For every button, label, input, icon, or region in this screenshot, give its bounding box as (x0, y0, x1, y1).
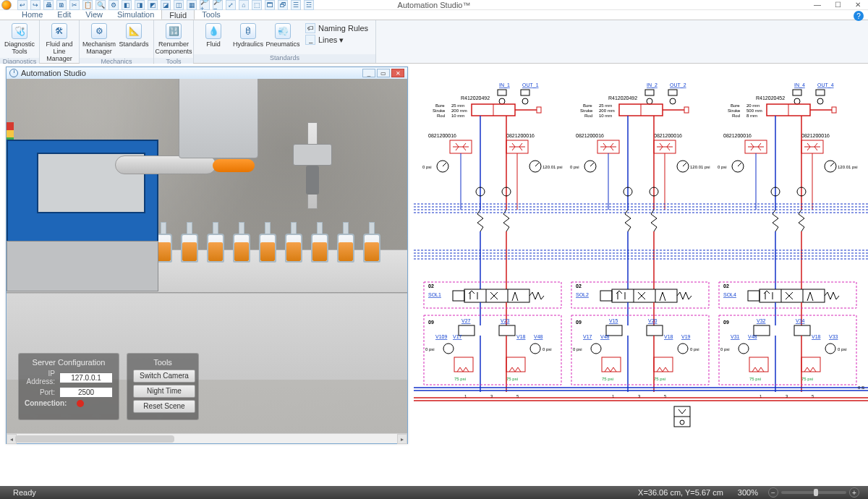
svg-rect-187 (794, 325, 810, 336)
qat-button-18[interactable]: ⬚ (252, 0, 262, 10)
ribbon-standards[interactable]: 📐Standards (117, 22, 150, 49)
qat-button-9[interactable]: ◨ (135, 0, 145, 10)
svg-text:V20: V20 (648, 318, 658, 323)
qat-button-10[interactable]: ◩ (148, 0, 158, 10)
ribbon-pneumatics[interactable]: 💨Pneumatics (266, 22, 299, 49)
svg-point-142 (794, 98, 800, 104)
reset-scene-button[interactable]: Reset Scene (133, 400, 195, 413)
child-horizontal-scrollbar[interactable]: ◂ ▸ (7, 433, 407, 443)
tab-fluid[interactable]: Fluid (161, 9, 195, 20)
svg-text:0821200016: 0821200016 (801, 133, 830, 138)
child-minimize-button[interactable]: _ (362, 69, 375, 77)
svg-text:IN_1: IN_1 (499, 82, 510, 88)
svg-text:0 S: 0 S (858, 385, 864, 390)
qat-button-11[interactable]: ◪ (161, 0, 171, 10)
qat-button-7[interactable]: ⚙ (109, 0, 119, 10)
svg-text:120.01 psi: 120.01 psi (542, 165, 563, 169)
svg-text:0 psi: 0 psi (422, 165, 432, 169)
scroll-right-button[interactable]: ▸ (397, 434, 407, 444)
svg-rect-67 (424, 282, 561, 308)
svg-point-192 (739, 344, 749, 354)
qat-button-22[interactable]: ☲ (304, 0, 314, 10)
child-close-button[interactable]: ✕ (391, 69, 404, 77)
qat-button-12[interactable]: ◫ (174, 0, 184, 10)
svg-text:IN_2: IN_2 (647, 82, 658, 88)
svg-text:0 psi: 0 psi (720, 347, 730, 351)
svg-text:V18: V18 (664, 334, 673, 339)
svg-text:Rod: Rod (437, 114, 445, 118)
qat-button-4[interactable]: ✂ (69, 0, 80, 10)
child-maximize-button[interactable]: ▭ (377, 69, 390, 77)
ribbon-renumber-components[interactable]: 🔢RenumberComponents (157, 22, 190, 56)
ribbon-mechanism-manager[interactable]: ⚙MechanismManager (82, 22, 116, 56)
qat-button-21[interactable]: ☰ (291, 0, 301, 10)
svg-text:02: 02 (723, 283, 729, 289)
window-controls: — ☐ ✕ (807, 0, 868, 10)
night-time-button[interactable]: Night Time (133, 385, 195, 398)
qat-button-6[interactable]: 🔍 (95, 0, 106, 10)
qat-button-13[interactable]: ▦ (187, 0, 197, 10)
ribbon-fluid[interactable]: 💧Fluid (197, 22, 230, 49)
svg-text:0821200016: 0821200016 (654, 133, 682, 138)
standards-icon: 📐 (126, 23, 142, 39)
simulation-window-titlebar[interactable]: Automation Studio _ ▭ ✕ (7, 67, 407, 79)
close-button[interactable]: ✕ (848, 0, 868, 10)
tab-home[interactable]: Home (14, 9, 50, 20)
qat-button-14[interactable]: 🔎+ (200, 0, 210, 10)
ribbon-naming-rules[interactable]: 🏷Naming Rules (305, 23, 368, 33)
ribbon-lines-▾[interactable]: ⎯Lines ▾ (305, 35, 368, 45)
zoom-in-button[interactable]: + (849, 487, 859, 498)
qat-button-16[interactable]: ⤢ (226, 0, 236, 10)
svg-rect-58 (454, 357, 473, 372)
qat-button-8[interactable]: ◧ (122, 0, 132, 10)
port-input[interactable] (59, 387, 113, 398)
ribbon-fluid-and-line-manager[interactable]: 🛠Fluid andLine Manager (43, 22, 76, 64)
svg-text:V23: V23 (501, 318, 510, 323)
svg-text:Bore: Bore (435, 103, 445, 108)
ip-input[interactable] (59, 372, 113, 383)
switch-camera-button[interactable]: Switch Camera (133, 370, 195, 383)
svg-text:10 mm: 10 mm (599, 114, 612, 118)
svg-text:SOL2: SOL2 (576, 292, 589, 297)
help-icon[interactable]: ? (854, 11, 864, 21)
simulation-viewport[interactable]: Server Configuration IP Address: Port: C… (7, 79, 407, 433)
qat-button-5[interactable]: 📋 (82, 0, 93, 10)
svg-text:V17: V17 (583, 334, 592, 339)
qat-button-20[interactable]: 🗗 (278, 0, 288, 10)
svg-rect-154 (832, 107, 836, 113)
quick-access-toolbar: ↩↪🖶🗎✂📋🔍⚙◧◨◩◪◫▦🔎+🔎−⤢⌂⬚🗔🗗☰☲ (17, 0, 314, 10)
qat-button-19[interactable]: 🗔 (265, 0, 275, 10)
qat-button-15[interactable]: 🔎− (213, 0, 223, 10)
svg-rect-42 (453, 291, 464, 301)
qat-button-0[interactable]: ↩ (17, 0, 27, 10)
svg-text:OUT_1: OUT_1 (522, 82, 539, 88)
tab-edit[interactable]: Edit (50, 9, 78, 20)
svg-text:200 mm: 200 mm (451, 108, 467, 113)
tab-simulation[interactable]: Simulation (110, 9, 161, 20)
schematic-canvas[interactable]: IN_1OUT_1R412020492Bore25 mmStroke200 mm… (414, 64, 868, 486)
svg-text:02: 02 (576, 283, 582, 289)
zoom-out-button[interactable]: − (768, 487, 778, 498)
maximize-button[interactable]: ☐ (827, 0, 848, 10)
tab-view[interactable]: View (78, 9, 110, 20)
ribbon-diagnostic-tools[interactable]: 🩺DiagnosticTools (3, 22, 36, 56)
qat-button-17[interactable]: ⌂ (239, 0, 249, 10)
svg-rect-180 (748, 291, 760, 301)
svg-rect-16 (537, 107, 541, 113)
status-coords: X=36.06 cm, Y=5.67 cm (638, 488, 723, 497)
svg-text:V48: V48 (600, 334, 610, 339)
qat-button-1[interactable]: ↪ (30, 0, 41, 10)
qat-button-2[interactable]: 🖶 (43, 0, 54, 10)
ribbon-hydraulics[interactable]: 🛢Hydraulics (231, 22, 265, 49)
svg-text:120.01 psi: 120.01 psi (690, 165, 710, 169)
svg-text:V31: V31 (731, 334, 740, 339)
qat-button-3[interactable]: 🗎 (56, 0, 67, 10)
svg-point-124 (678, 344, 688, 354)
scroll-thumb[interactable] (15, 435, 174, 443)
svg-text:OUT_2: OUT_2 (670, 82, 686, 88)
capping-station (287, 122, 338, 209)
diagnostic-icon: 🩺 (12, 23, 27, 39)
minimize-button[interactable]: — (807, 0, 827, 10)
zoom-slider[interactable] (781, 491, 846, 494)
svg-text:0821200016: 0821200016 (428, 133, 456, 138)
